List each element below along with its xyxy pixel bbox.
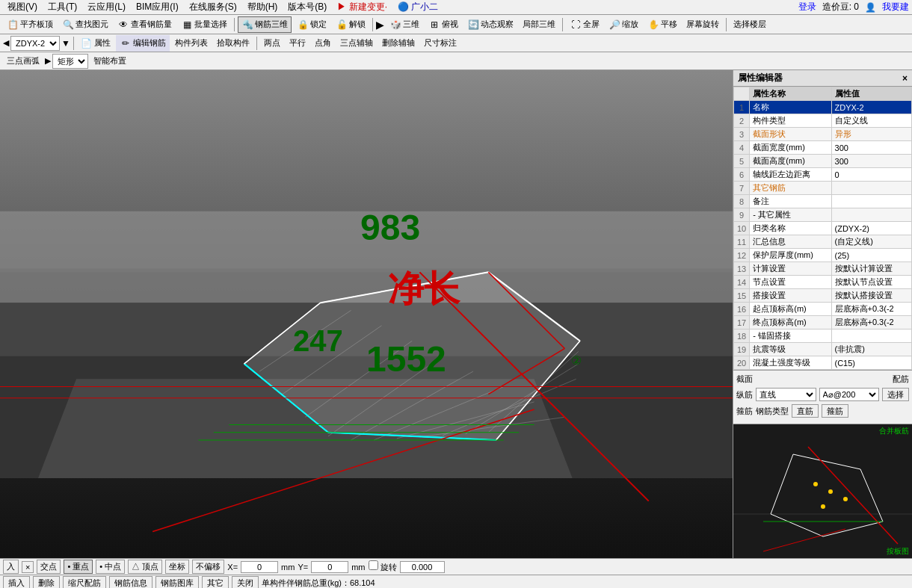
btn-pinqibanding[interactable]: 📋平齐板顶 (3, 16, 57, 33)
btn-zhijin[interactable]: 直筋 (792, 404, 819, 418)
btn-xuanze-louceng[interactable]: 选择楼层 (730, 16, 770, 32)
btn-bianji-gangjin[interactable]: ✏编辑钢筋 (116, 35, 170, 52)
btn-shanchu-fuzhu[interactable]: 删除辅轴 (378, 35, 419, 51)
menu-view[interactable]: 视图(V) (3, 1, 42, 13)
btn-zhineng-buzhi[interactable]: 智能布置 (90, 53, 130, 69)
main-content: 983 净长 247 1552 ② 属性编辑器 × 属性名称 属性值 (0, 70, 912, 588)
login-link[interactable]: 登录 (798, 1, 816, 13)
coins-label: 造价豆: 0 (822, 1, 859, 13)
btn-pingxing[interactable]: 平行 (286, 35, 309, 51)
btn-liangdian[interactable]: 两点 (260, 35, 284, 51)
input-angle[interactable] (400, 561, 445, 573)
btn-gangjin3d[interactable]: 🔩钢筋三维 (238, 16, 292, 33)
prop-row-value: ZDYX-2 (831, 101, 911, 114)
btn-enter[interactable]: 入 (3, 560, 19, 574)
mini-preview-label2: 按板图 (887, 546, 909, 557)
btn-dingdian[interactable]: △ 顶点 (128, 560, 162, 574)
prop-row-num: 16 (734, 303, 750, 316)
btn-suoxiao-peijin[interactable]: 缩尺配筋 (63, 576, 106, 588)
prop-close-icon[interactable]: × (902, 73, 908, 84)
prop-row: 7 其它钢筋 (734, 182, 912, 195)
prop-mian-label: 截面 (736, 374, 753, 385)
prop-row-value: 300 (831, 141, 911, 155)
btn-bupian[interactable]: 不偏移 (192, 560, 224, 574)
prop-row-value (831, 208, 911, 222)
btn-sandian-fuzhu[interactable]: 三点辅轴 (336, 35, 377, 51)
btn-shuxing[interactable]: 📄属性 (77, 35, 114, 52)
prop-zongjin-type-select[interactable]: 直线 (756, 388, 816, 401)
btn-prop-select[interactable]: 选择 (882, 388, 909, 401)
prop-row-num: 11 (734, 235, 750, 249)
btn-suofang[interactable]: 🔎缩放 (605, 16, 642, 33)
btn-quanping[interactable]: ⛶全屏 (566, 16, 603, 33)
prop-row-name: 搭接设置 (750, 289, 831, 303)
btn-zhongdian[interactable]: • 重点 (64, 560, 93, 574)
btn-fushi[interactable]: ⊞俯视 (425, 16, 462, 33)
prop-panel-header: 属性编辑器 × (733, 70, 912, 87)
btn-close[interactable]: 关闭 (232, 576, 259, 588)
prop-row-num: 14 (734, 276, 750, 289)
btn-pingmu-xuanzhuan[interactable]: 屏幕旋转 (683, 16, 723, 32)
prop-row-name: - 锚固搭接 (750, 329, 831, 343)
btn-jiesuo[interactable]: 🔓解锁 (332, 16, 369, 33)
prop-title: 属性编辑器 (738, 72, 783, 84)
btn-jubu3d[interactable]: 局部三维 (519, 16, 559, 32)
btn-dongtai[interactable]: 🔄动态观察 (463, 16, 517, 33)
btn-zhongxin[interactable]: • 中点 (96, 560, 125, 574)
btn-3d[interactable]: 🎲三维 (386, 16, 423, 33)
btn-chakangangjinliang[interactable]: 👁查看钢筋量 (114, 16, 176, 33)
btn-gangjin-xinxi[interactable]: 钢筋信息 (109, 576, 152, 588)
svg-point-39 (828, 489, 833, 494)
prop-row-name: - 其它属性 (750, 208, 831, 222)
prop-row-value (831, 329, 911, 343)
btn-chazhaotuyuan[interactable]: 🔍查找图元 (58, 16, 112, 33)
btn-pinyi[interactable]: ✋平移 (644, 16, 681, 33)
btn-gangjin-tuku[interactable]: 钢筋图库 (155, 576, 199, 588)
label-x: X= (227, 563, 238, 572)
menu-version[interactable]: 版本号(B) (283, 1, 331, 13)
menu-tools[interactable]: 工具(T) (43, 1, 81, 13)
prop-row-num: 8 (734, 195, 750, 208)
3d-viewport[interactable]: 983 净长 247 1552 ② (0, 70, 733, 558)
menu-online[interactable]: 在线服务(S) (185, 1, 241, 13)
btn-jiaodian[interactable]: 交点 (37, 560, 61, 574)
prop-row-num: 18 (734, 329, 750, 343)
label-mm2: mm (351, 563, 365, 572)
prop-row-name: 终点顶标高(m) (750, 316, 831, 329)
btn-shiqu-goujian[interactable]: 拾取构件 (213, 35, 253, 51)
arr-icon: ▶ (376, 19, 384, 31)
shape-select[interactable]: 矩形 (52, 54, 88, 69)
btn-dianjiao[interactable]: 点角 (311, 35, 335, 51)
toolbar2: ◀ ZDYX-2 ▼ 📄属性 ✏编辑钢筋 构件列表 拾取构件 两点 平行 点角 … (0, 34, 912, 52)
help-link[interactable]: 我要建 (882, 1, 909, 13)
prop-hujin-label: 箍筋 (736, 406, 753, 417)
user-icon: 👤 (865, 2, 876, 13)
btn-gujin[interactable]: 箍筋 (822, 404, 848, 418)
btn-x-close[interactable]: × (22, 561, 34, 573)
cb-xuanzhuan[interactable] (369, 560, 378, 570)
btn-zuobiao[interactable]: 坐标 (165, 560, 189, 574)
prop-zongjin-val-select[interactable]: A⌀@200 (819, 388, 880, 401)
btn-sandian-hua[interactable]: 三点画弧 (3, 53, 43, 69)
prop-row-value: (ZDYX-2) (831, 222, 911, 235)
btn-insert[interactable]: 插入 (3, 576, 30, 588)
menu-app[interactable]: 🔵 广小二 (393, 1, 443, 13)
btn-piliang[interactable]: ▦批量选择 (177, 16, 231, 33)
btn-goujian-liebiao[interactable]: 构件列表 (171, 35, 212, 51)
menu-help[interactable]: 帮助(H) (243, 1, 283, 13)
menu-bim[interactable]: BIM应用(I) (132, 1, 183, 13)
prop-row: 15 搭接设置 按默认搭接设置 (734, 289, 912, 303)
input-x[interactable] (241, 561, 278, 573)
viewport-prop-container: 983 净长 247 1552 ② 属性编辑器 × 属性名称 属性值 (0, 70, 912, 558)
btn-suoding[interactable]: 🔒锁定 (293, 16, 330, 33)
input-y[interactable] (311, 561, 348, 573)
component-select[interactable]: ZDYX-2 (10, 36, 60, 51)
prop-row: 10 归类名称 (ZDYX-2) (734, 222, 912, 235)
menu-newchange[interactable]: ▶ 新建变更· (333, 1, 392, 13)
btn-delete[interactable]: 删除 (33, 576, 60, 588)
menu-cloud[interactable]: 云应用(L) (83, 1, 130, 13)
prop-bottom-section: 截面 配筋 纵筋 直线 A⌀@200 选择 箍筋 钢筋类型 (733, 370, 912, 424)
btn-chicun-biaozhubi[interactable]: 尺寸标注 (420, 35, 460, 51)
sep1 (234, 18, 235, 31)
btn-qita[interactable]: 其它 (202, 576, 229, 588)
